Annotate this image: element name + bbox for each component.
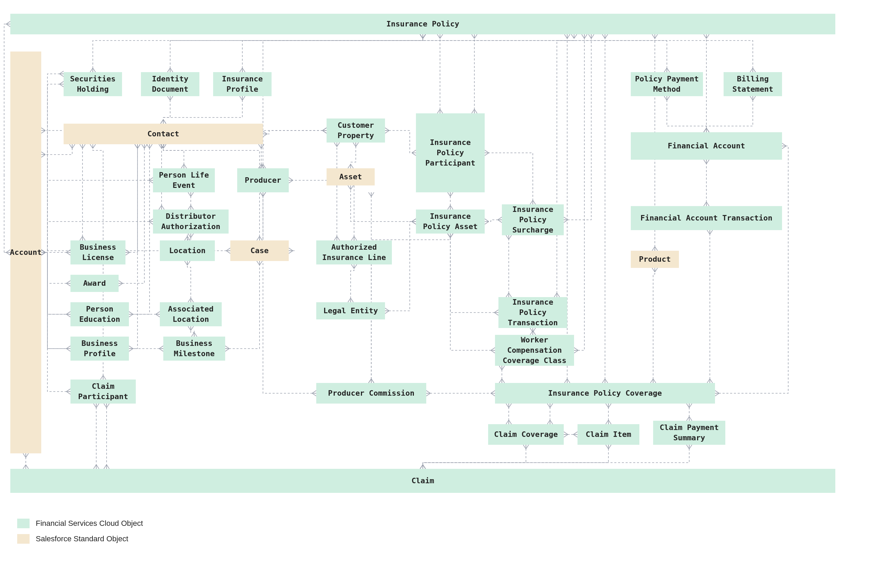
svg-line-50 [263,164,266,168]
svg-line-59 [41,252,45,255]
svg-line-448 [782,143,786,146]
svg-line-365 [450,234,453,238]
svg-line-160 [485,219,489,222]
svg-line-28 [472,34,474,39]
svg-line-271 [119,280,123,284]
svg-line-11 [423,34,426,39]
svg-line-376 [90,144,93,148]
svg-line-163 [564,217,568,220]
svg-line-364 [448,234,450,238]
svg-line-373 [100,375,103,380]
svg-line-349 [530,331,533,335]
entity-contact: Contact [63,124,263,144]
svg-line-46 [704,34,706,39]
svg-line-170 [533,200,536,204]
svg-line-265 [66,280,71,284]
svg-line-142 [412,150,416,153]
svg-line-121 [322,128,326,130]
svg-line-101 [41,252,45,255]
svg-line-391 [312,390,316,393]
svg-line-49 [260,164,263,168]
svg-line-94 [259,144,261,148]
svg-line-107 [41,252,45,255]
svg-line-182 [753,96,755,100]
svg-line-478 [686,404,689,408]
svg-line-139 [385,128,389,130]
svg-line-394 [260,192,263,196]
svg-line-385 [104,404,107,408]
svg-line-500 [26,453,29,458]
entity-business_milestone: Business Milestone [163,337,225,361]
svg-line-508 [6,21,10,24]
svg-line-56 [59,84,63,87]
svg-line-200 [66,252,71,255]
svg-line-454 [506,404,509,408]
svg-line-13 [239,68,242,72]
svg-line-233 [41,252,45,255]
svg-line-460 [547,404,550,408]
svg-line-292 [185,261,187,265]
svg-line-310 [135,144,137,148]
svg-line-223 [257,236,260,240]
svg-line-466 [573,432,578,435]
svg-line-374 [103,375,106,380]
svg-line-409 [369,379,371,383]
svg-line-440 [710,379,713,383]
svg-line-137 [350,164,354,168]
svg-line-184 [704,128,706,132]
svg-line-1 [90,68,93,72]
svg-line-362 [491,350,495,353]
svg-line-464 [564,435,568,437]
svg-line-226 [161,144,163,148]
entity-location: Location [160,240,215,261]
entity-insurance_policy_coverage: Insurance Policy Coverage [495,383,715,404]
svg-line-145 [448,206,450,210]
svg-line-43 [704,128,706,132]
svg-line-488 [608,445,611,449]
svg-line-125 [41,252,45,255]
svg-line-58 [41,250,45,252]
svg-line-344 [494,312,498,315]
svg-line-356 [574,350,578,353]
svg-line-407 [450,234,453,238]
svg-line-433 [650,379,653,383]
svg-line-250 [334,142,337,147]
svg-line-328 [257,261,260,265]
svg-line-502 [23,465,26,469]
entity-claim_coverage: Claim Coverage [488,424,564,445]
svg-line-154 [348,186,350,190]
svg-line-451 [506,420,509,424]
svg-line-196 [652,34,655,39]
svg-line-62 [170,96,173,100]
svg-line-19 [437,109,440,113]
svg-line-496 [420,465,423,469]
svg-line-133 [353,142,356,147]
entity-account: Account [10,51,41,453]
svg-line-439 [707,379,710,383]
svg-line-305 [41,252,45,255]
svg-line-32 [667,68,669,72]
svg-line-229 [226,248,230,251]
svg-line-76 [41,128,45,130]
svg-line-437 [655,268,657,272]
svg-line-469 [606,420,608,424]
svg-line-31 [664,68,667,72]
svg-line-509 [6,24,10,27]
svg-line-128 [322,130,326,133]
svg-line-476 [689,417,692,421]
svg-line-470 [608,420,611,424]
svg-line-82 [41,152,45,154]
svg-line-89 [163,144,166,148]
svg-line-109 [159,206,162,210]
svg-line-70 [161,120,163,124]
svg-line-446 [715,393,719,396]
svg-line-167 [591,34,594,39]
svg-line-34 [420,34,423,39]
svg-line-329 [260,261,262,265]
svg-line-434 [653,379,656,383]
svg-line-247 [334,236,337,240]
svg-line-304 [41,250,45,252]
svg-line-503 [26,465,29,469]
svg-line-461 [550,404,553,408]
svg-line-284 [129,314,133,317]
